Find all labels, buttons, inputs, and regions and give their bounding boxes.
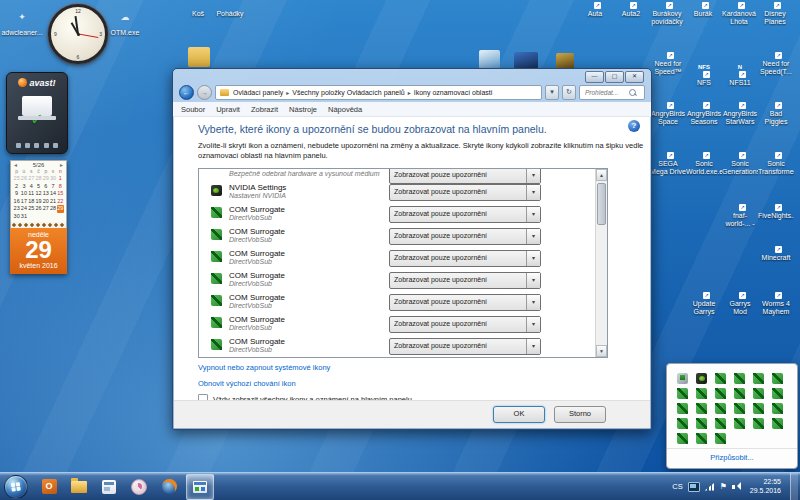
calendar-day[interactable]: 10 [20,190,27,198]
tray-overflow-icon[interactable] [674,387,693,402]
desktop-shortcut-otm[interactable]: ☁ OTM.exe [103,8,147,37]
calendar-day[interactable]: 30 [13,213,20,221]
tray-overflow-icon[interactable] [712,387,731,402]
calendar-day[interactable]: 2 [13,183,20,191]
menu-item[interactable]: Nástroje [289,105,317,114]
tray-overflow-icon[interactable] [693,372,712,387]
desktop-shortcut[interactable]: N↗NFS11 [722,58,758,87]
tray-overflow-icon[interactable] [769,402,788,417]
menu-item[interactable]: Soubor [181,105,205,114]
tray-overflow-icon[interactable] [750,417,769,432]
scrollbar-thumb[interactable] [597,183,606,225]
breadcrumb-segment[interactable]: Ikony oznamovací oblasti [405,89,493,96]
scroll-up-icon[interactable]: ▲ [596,169,607,181]
tray-overflow-icon[interactable] [674,432,693,447]
menu-item[interactable]: Zobrazit [251,105,278,114]
calendar-day[interactable]: 26 [20,175,27,183]
calendar-day[interactable]: 24 [20,205,27,213]
tray-overflow-icon[interactable] [731,417,750,432]
restore-icon-behavior-link[interactable]: Obnovit výchozí chování ikon [198,379,296,388]
ok-button[interactable]: OK [493,406,545,423]
behavior-dropdown[interactable]: Zobrazovat pouze upozornění ▾ [389,206,541,223]
avast-gadget[interactable]: avast! ✓ [6,72,68,154]
maximize-button[interactable]: ▢ [605,71,624,83]
calendar-day[interactable]: 16 [13,198,20,206]
desktop-shortcut[interactable]: ↗AngryBirds StarWars [722,108,758,126]
address-dropdown-button[interactable]: ▾ [545,85,559,100]
tray-clock[interactable]: 22:55 29.5.2016 [746,478,785,495]
taskbar-button-media[interactable] [126,475,152,499]
calendar-day[interactable]: 3 [20,183,27,191]
taskbar-button-outlook[interactable]: O [36,475,62,499]
breadcrumb-segment[interactable]: Všechny položky Ovládacích panelů [283,89,404,96]
desktop-shortcut[interactable]: ↗Garrys Mod [722,298,758,316]
back-button[interactable]: ← [179,85,194,100]
calendar-day[interactable]: 27 [42,205,49,213]
tray-overflow-icon[interactable] [674,417,693,432]
behavior-dropdown[interactable]: Zobrazovat pouze upozornění ▾ [389,316,541,333]
calendar-day[interactable]: 23 [13,205,20,213]
customize-link[interactable]: Přizpůsobit... [667,453,797,462]
behavior-dropdown[interactable]: Zobrazovat pouze upozornění ▾ [389,338,541,355]
tray-overflow-icon[interactable] [731,402,750,417]
menu-item[interactable]: Upravit [216,105,240,114]
tray-overflow-icon[interactable] [769,372,788,387]
desktop-shortcut[interactable]: ↗Burákovy povídačky [649,8,685,26]
calendar-day[interactable]: 31 [20,213,27,221]
calendar-gadget[interactable]: ◄ 5/26 ► púsčpsn 25262728293012345678910… [10,160,67,274]
help-icon[interactable]: ? [628,120,640,132]
list-scrollbar[interactable]: ▲ ▼ [595,169,607,357]
menu-item[interactable]: Nápověda [328,105,362,114]
calendar-day[interactable]: 18 [28,198,35,206]
breadcrumb-segment[interactable]: Ovládací panely [233,89,283,96]
scroll-down-icon[interactable]: ▼ [596,345,607,357]
language-indicator[interactable]: CS [672,482,682,491]
taskbar-button-control-panel-active[interactable] [186,474,214,500]
taskbar-button-app[interactable] [96,475,122,499]
behavior-dropdown[interactable]: Zobrazovat pouze upozornění ▾ [389,184,541,201]
start-button[interactable] [4,475,28,499]
forward-button[interactable]: → [197,85,212,100]
desktop-icon-pohadky[interactable]: Pohádky [208,8,252,18]
taskbar-button-firefox[interactable] [156,475,182,499]
tray-overflow-icon[interactable] [693,387,712,402]
calendar-day[interactable]: 20 [42,198,49,206]
desktop-shortcut[interactable]: ↗AngryBirds Seasons [686,108,722,126]
tray-overflow-icon[interactable] [731,372,750,387]
calendar-day[interactable]: 29 [57,205,64,213]
calendar-day[interactable]: 13 [42,190,49,198]
avast-toolbar[interactable] [7,143,67,148]
desktop-icon-partial-folder[interactable] [188,47,210,67]
tray-overflow-icon[interactable] [674,372,693,387]
network-icon[interactable] [705,483,715,491]
calendar-day[interactable]: 21 [49,198,56,206]
title-bar[interactable]: — ▢ ✕ [173,69,651,83]
desktop-shortcut[interactable]: ↗Burák [685,8,721,26]
calendar-day[interactable]: 30 [49,175,56,183]
calendar-day[interactable]: 14 [49,190,56,198]
calendar-day[interactable]: 1 [57,175,64,183]
tray-overflow-icon[interactable] [769,417,788,432]
calendar-day[interactable]: 4 [28,183,35,191]
desktop-shortcut[interactable]: ↗Need for Speed™ Mo... [650,58,686,87]
behavior-dropdown[interactable]: Zobrazovat pouze upozornění ▾ [389,294,541,311]
calendar-day[interactable]: 28 [35,175,42,183]
desktop-shortcut[interactable]: ↗FiveNights... [758,210,794,228]
cancel-button[interactable]: Storno [554,406,606,423]
tray-overflow-icon[interactable] [731,387,750,402]
calendar-day[interactable]: 17 [20,198,27,206]
desktop-shortcut[interactable]: ↗Sonic Generations [722,158,758,176]
tray-overflow-icon[interactable] [693,432,712,447]
calendar-day[interactable]: 22 [57,198,64,206]
desktop-shortcut[interactable]: ↗Update Garrys Mod [686,298,722,316]
taskbar-button-explorer[interactable] [66,475,92,499]
tray-overflow-icon[interactable] [693,417,712,432]
desktop-shortcut[interactable]: ↗Disney Planes [757,8,793,26]
calendar-day[interactable]: 27 [28,175,35,183]
flag-icon[interactable]: ⚑ [720,483,727,491]
close-button[interactable]: ✕ [625,71,644,83]
show-desktop-button[interactable] [790,473,798,500]
breadcrumb[interactable]: Ovládací panelyVšechny položky Ovládacíc… [215,85,542,100]
desktop-shortcut[interactable]: ↗Auta [577,8,613,26]
desktop-shortcut[interactable]: ↗Sonic World.exe.e... [686,158,722,176]
